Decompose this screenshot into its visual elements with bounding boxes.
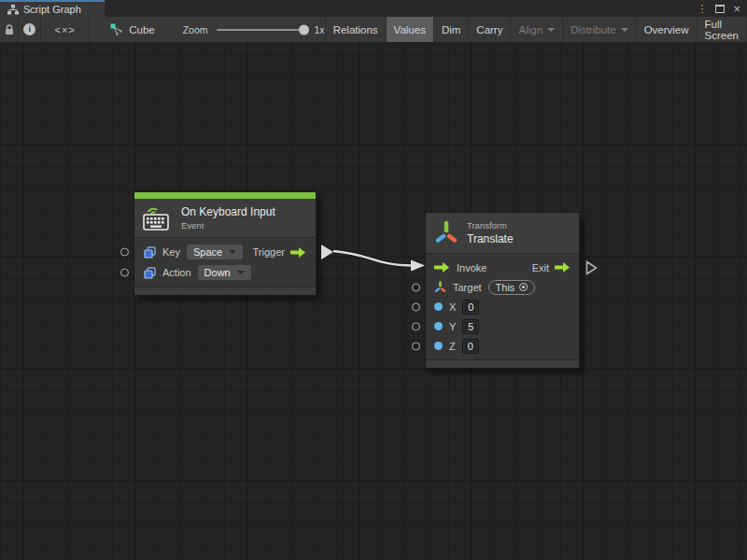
node-subtitle: Event — [181, 220, 275, 231]
chevron-down-icon — [621, 28, 628, 32]
node-transform-translate[interactable]: Transform Translate Invoke Exit — [425, 212, 580, 369]
node-footer — [134, 287, 316, 295]
action-label: Action — [162, 267, 191, 278]
distribute-dropdown[interactable]: Distribute — [562, 17, 636, 42]
title-bar: Script Graph ⋮ × — [0, 0, 747, 17]
z-value-field[interactable]: 0 — [462, 339, 479, 354]
node-category: Transform — [467, 220, 514, 231]
x-label: X — [449, 301, 456, 313]
connection-wire — [0, 42, 747, 560]
toolbar-toggle-group: Relations Values Dim Carry Align Distrib… — [325, 17, 747, 42]
full-screen-button[interactable]: Full Screen — [697, 17, 747, 42]
wire-arrowhead — [411, 260, 425, 272]
dim-button[interactable]: Dim — [433, 17, 468, 42]
exit-output-port[interactable] — [585, 260, 598, 275]
transform-icon — [434, 219, 458, 245]
tab-title: Script Graph — [23, 4, 81, 15]
graph-target-label: Cube — [129, 24, 155, 35]
trigger-output: Trigger — [253, 246, 306, 258]
chevron-down-icon — [237, 271, 245, 274]
y-row: Y 5 — [426, 316, 579, 336]
chevron-down-icon — [229, 250, 236, 254]
graph-toolbar: i <×> Cube Zoom 1x Relations — [0, 17, 747, 42]
zoom-slider[interactable] — [217, 29, 306, 31]
float-type-icon — [434, 322, 443, 330]
flow-arrow-icon — [434, 262, 450, 273]
z-row: Z 0 — [426, 336, 579, 356]
code-view-button[interactable]: <×> — [41, 17, 90, 42]
invoke-label: Invoke — [457, 262, 486, 273]
target-input-port[interactable] — [412, 283, 420, 291]
flow-arrow-icon — [555, 262, 571, 273]
flow-arrow-icon — [290, 247, 306, 258]
close-icon[interactable]: × — [733, 3, 740, 15]
trigger-label: Trigger — [253, 246, 285, 258]
x-input-port[interactable] — [412, 302, 420, 311]
info-button[interactable]: i — [19, 17, 41, 42]
y-value-field[interactable]: 5 — [462, 319, 479, 334]
key-input-row: Key Space Trigger — [134, 242, 316, 262]
target-object-picker[interactable]: This — [488, 280, 536, 295]
node-footer — [426, 359, 579, 368]
keyboard-event-icon — [143, 203, 173, 231]
zoom-slider-handle[interactable] — [299, 24, 309, 35]
invoke-row: Invoke Exit — [426, 258, 579, 277]
graph-canvas[interactable]: On Keyboard Input Event Key Space — [0, 42, 747, 560]
y-label: Y — [449, 321, 456, 332]
exit-output: Exit — [532, 262, 571, 273]
float-type-icon — [434, 302, 443, 311]
z-input-port[interactable] — [412, 342, 420, 350]
action-input-port[interactable] — [120, 269, 129, 277]
node-body: Key Space Trigger — [134, 238, 316, 287]
exit-label: Exit — [532, 262, 549, 273]
float-type-icon — [434, 342, 443, 350]
node-on-keyboard-input[interactable]: On Keyboard Input Event Key Space — [134, 191, 317, 296]
maximize-icon[interactable] — [715, 5, 725, 13]
x-value-field[interactable]: 0 — [462, 300, 479, 315]
window-controls: ⋮ × — [697, 0, 747, 17]
x-row: X 0 — [426, 297, 579, 316]
action-input-row: Action Down — [134, 262, 316, 283]
values-button[interactable]: Values — [386, 17, 433, 42]
info-icon: i — [23, 23, 35, 35]
graph-pointer-icon — [110, 23, 123, 36]
graph-tab-icon — [7, 5, 19, 15]
menu-icon[interactable]: ⋮ — [697, 4, 707, 14]
y-input-port[interactable] — [412, 322, 420, 330]
zoom-label: Zoom — [183, 24, 208, 35]
trigger-output-port[interactable] — [321, 245, 333, 259]
code-icon: <×> — [55, 24, 76, 35]
node-header[interactable]: On Keyboard Input Event — [134, 199, 316, 238]
script-graph-window: Script Graph ⋮ × i <×> — [0, 0, 747, 560]
relations-button[interactable]: Relations — [325, 17, 386, 42]
overview-button[interactable]: Overview — [636, 17, 697, 42]
key-input-port[interactable] — [120, 248, 129, 257]
tab-script-graph[interactable]: Script Graph — [0, 0, 105, 17]
graph-target-selector[interactable]: Cube — [110, 17, 155, 42]
scope-picker-icon — [519, 283, 528, 291]
node-title: Translate — [467, 232, 514, 245]
transform-mini-icon — [434, 281, 446, 293]
zoom-control: Zoom 1x — [183, 17, 325, 42]
target-label: Target — [453, 282, 482, 293]
event-accent-strip — [134, 192, 316, 199]
node-body: Invoke Exit — [426, 254, 579, 359]
lock-button[interactable] — [0, 17, 19, 42]
chevron-down-icon — [547, 28, 555, 32]
align-dropdown[interactable]: Align — [510, 17, 562, 42]
key-label: Key — [162, 246, 180, 258]
zoom-value: 1x — [315, 24, 325, 35]
target-row: Target This — [426, 277, 579, 297]
lock-icon — [4, 23, 15, 36]
literal-value-icon — [144, 267, 156, 279]
z-label: Z — [449, 341, 456, 352]
node-header[interactable]: Transform Translate — [426, 213, 579, 254]
action-dropdown[interactable]: Down — [198, 265, 251, 280]
key-dropdown[interactable]: Space — [187, 245, 243, 259]
carry-button[interactable]: Carry — [468, 17, 510, 42]
literal-value-icon — [144, 246, 156, 259]
node-title: On Keyboard Input — [181, 205, 275, 218]
